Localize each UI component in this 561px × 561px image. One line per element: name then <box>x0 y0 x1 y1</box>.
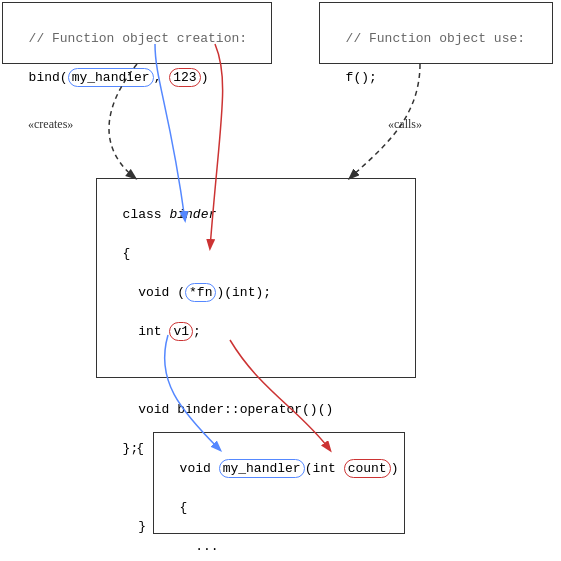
binder-open: { <box>123 246 131 261</box>
creates-label: «creates» <box>28 117 73 131</box>
handler-box: void my_handler(int count) { ... } <box>153 432 405 534</box>
binder-fn: void (*fn)(int); <box>123 283 271 302</box>
value-highlight-red: 123 <box>169 68 200 87</box>
binder-class-line: class binder <box>123 207 217 222</box>
binder-end: } <box>123 519 146 534</box>
calls-label: «calls» <box>388 117 422 131</box>
use-box: // Function object use: f(); <box>319 2 553 64</box>
creation-box: // Function object creation: bind(my_han… <box>2 2 272 64</box>
handler-sig: void my_handler(int count) <box>180 459 399 478</box>
creation-code: bind(my_handler, 123) <box>29 68 209 87</box>
handler-name-highlight-blue: my_handler <box>219 459 305 478</box>
v1-highlight-red: v1 <box>169 322 193 341</box>
use-code: f(); <box>346 70 377 85</box>
handler-open: { <box>180 500 188 515</box>
binder-box: class binder { void (*fn)(int); int v1; … <box>96 178 416 378</box>
binder-v1: int v1; <box>123 322 201 341</box>
binder-close-open: };{ <box>123 441 144 456</box>
count-highlight-red: count <box>344 459 391 478</box>
use-comment: // Function object use: <box>346 31 525 46</box>
fn-highlight-blue: *fn <box>185 283 216 302</box>
binder-operator: void binder::operator()() <box>123 402 334 417</box>
handler-dots: ... <box>180 539 219 554</box>
handler-highlight-blue: my_handler <box>68 68 154 87</box>
creation-comment: // Function object creation: <box>29 31 247 46</box>
